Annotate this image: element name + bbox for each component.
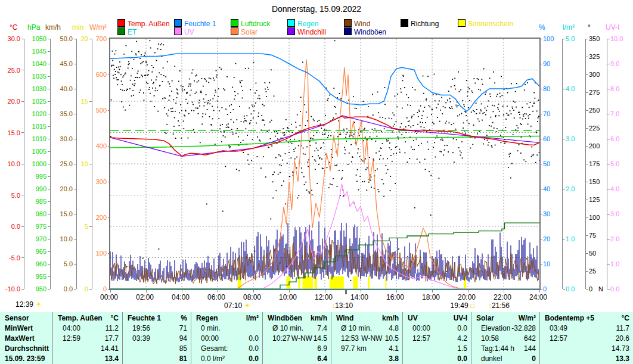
stats-cell [128, 344, 132, 354]
tick-label-pct: 30 [543, 210, 550, 217]
x-tick [253, 290, 254, 293]
stats-cell: 15.09. 23:59 [5, 354, 45, 364]
stats-row: 19:5671 [128, 323, 187, 334]
stats-row: 1.5 [408, 344, 467, 354]
axis-title-hpa: hPa [27, 23, 40, 32]
tick-deg [586, 271, 588, 272]
stats-row: 12:5720.6 [545, 334, 629, 344]
tick-label-deg: 300 [589, 71, 600, 78]
stats-cell: 13.3 [616, 354, 629, 364]
stats-row: 13.4 [58, 354, 119, 364]
x-tick-label: 06:00 [207, 293, 225, 301]
tick-label-temp: 30.0 [0, 35, 20, 42]
stats-row: 04:0011.2 [58, 323, 119, 334]
plot-area [109, 38, 541, 290]
x-tick-label: 20:00 [458, 293, 476, 301]
stats-cell: Elevation [476, 323, 510, 334]
tick-label-kmh: 5.0 [48, 260, 73, 267]
stats-row: 00:000.0 [196, 334, 259, 344]
tick-lm2 [563, 39, 565, 39]
x-tick [218, 290, 218, 293]
tick-label-pct: 10 [543, 260, 550, 267]
tick-deg [586, 217, 588, 218]
tick-uvi [607, 64, 610, 64]
series-feuchte [110, 54, 539, 111]
tick-label-wm2: 400 [82, 142, 107, 150]
stats-cell: 17.7 [105, 334, 119, 344]
tick-label-hpa: 1005 [21, 148, 46, 155]
stats-column-uv: UVUV-I00:000.012:574.21.50.0 [402, 312, 471, 364]
tick-uvi [607, 114, 610, 114]
x-tick [146, 290, 147, 293]
legend-item-windb-en: Windböen [344, 27, 386, 35]
tick-label-deg: 350 [589, 35, 600, 42]
tick-min [89, 164, 92, 164]
tick-label-wm2: 700 [82, 35, 107, 42]
stats-row: 13.3 [545, 354, 629, 364]
tick-label-kmh: 45.0 [48, 60, 73, 67]
tick-hpa [48, 126, 50, 127]
stats-column-wind: Windkm/hØ 10 min.4.812:53W-NW10.597.7 km… [331, 312, 402, 364]
stats-cell: 14.73 [612, 344, 629, 354]
tick-label-pct: 50 [543, 160, 550, 167]
stats-cell: 04:00 [58, 323, 80, 334]
tick-label-uvi: 7.0 [610, 110, 619, 117]
sun-moon-event-2156: ↑21:56 [488, 301, 510, 310]
stats-row: Ø 10 min.4.8 [336, 323, 399, 334]
stats-cell: 3.8 [389, 354, 399, 364]
stats-cell: 4.8 [389, 323, 399, 334]
legend-item-temp-au-en: Temp. Außen [117, 19, 170, 27]
tick-uvi [607, 89, 610, 89]
tick-label-hpa: 960 [21, 260, 46, 267]
stats-cell: 10:27 [268, 334, 290, 344]
x-tick [504, 290, 504, 293]
legend-label: Solar [241, 28, 257, 36]
weather-day-chart-window: Donnerstag, 15.09.2022 Temp. AußenFeucht… [0, 0, 633, 364]
tick-label-hpa: 1010 [21, 135, 46, 142]
tick-deg [586, 39, 588, 39]
stats-row: 0.0 l/m²0.0 [196, 354, 259, 364]
tick-uvi [607, 164, 610, 164]
stats-cell: 81 [179, 354, 187, 364]
stats-cell: 0 [532, 354, 536, 364]
stats-cell: MinWert [5, 323, 33, 334]
stats-cell [128, 354, 132, 364]
tick-hpa [48, 201, 50, 202]
stats-column-solar: SolarW/m²Elevation-32.82810:58642Tag:1:4… [471, 312, 539, 364]
tick-label-wm2: 0 [82, 285, 107, 293]
legend-label: Temp. Außen [128, 20, 170, 28]
tick-deg [586, 92, 588, 93]
tick-label-min: 10 [63, 160, 88, 167]
stats-cell: 12:57 [408, 334, 430, 344]
stats-column-bodentemp-5: Bodentemp +5°C03:4911.712:5720.614.7313.… [539, 312, 633, 364]
tick-label-uvi: 3.0 [610, 210, 619, 217]
tick-min [89, 226, 92, 227]
stats-cell: 7.4 [317, 323, 327, 334]
tick-label-lm2: 0.0 [566, 285, 575, 293]
legend-item-luftdruck: Luftdruck [231, 19, 270, 27]
tick-uvi [607, 239, 610, 239]
tick-label-hpa: 965 [21, 248, 46, 255]
tick-label-uvi: 9.0 [610, 60, 619, 67]
stats-cell: 12:53 [336, 334, 359, 344]
tick-label-hpa: 1000 [21, 160, 46, 167]
stats-cell: 20.6 [616, 334, 629, 344]
tick-label-hpa: 950 [21, 285, 46, 293]
stats-row: 14.41 [58, 344, 119, 354]
tick-deg [586, 235, 588, 236]
tick-label-pct: 80 [543, 85, 550, 92]
stats-row: 3.8 [336, 354, 399, 364]
x-tick-label: 22:00 [494, 293, 511, 301]
event-time: 13:10 [335, 301, 353, 310]
axis-title-lm2: l/m² [563, 23, 575, 32]
legend-label: Regen [297, 20, 318, 28]
stats-cell [268, 354, 272, 364]
stats-table: SensorMinWertMaxWertDurchschnitt15.09. 2… [0, 312, 633, 364]
x-tick-label: 14:00 [350, 293, 368, 301]
stats-row: 6.9 [268, 344, 327, 354]
tick-label-hpa: 1030 [21, 85, 46, 92]
sun-moon-event-1310: ↓13:10 [331, 301, 353, 310]
tick-lm2 [563, 289, 565, 290]
tick-label-hpa: 1015 [21, 123, 46, 130]
stats-cell: 85 [179, 344, 187, 354]
